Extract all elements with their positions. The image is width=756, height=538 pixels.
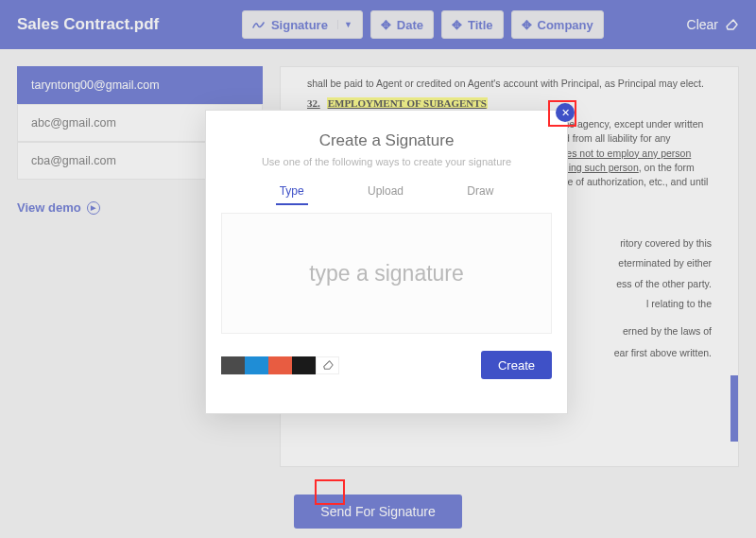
signature-text-input[interactable] [222, 260, 551, 287]
swatch-red[interactable] [268, 356, 292, 374]
tab-upload[interactable]: Upload [364, 184, 407, 205]
tab-type[interactable]: Type [276, 184, 308, 205]
tab-draw[interactable]: Draw [463, 184, 497, 205]
create-signature-modal: ✕ Create a Signature Use one of the foll… [205, 110, 568, 414]
swatch-black[interactable] [292, 356, 316, 374]
swatch-blue[interactable] [245, 356, 268, 374]
create-button[interactable]: Create [481, 351, 552, 379]
modal-title: Create a Signature [206, 131, 567, 150]
signature-canvas [221, 213, 552, 334]
close-icon[interactable]: ✕ [556, 103, 575, 122]
swatch-darkgrey[interactable] [221, 356, 245, 374]
modal-subtitle: Use one of the following ways to create … [206, 156, 567, 167]
eraser-button[interactable] [316, 356, 339, 374]
color-swatches [221, 356, 316, 374]
eraser-icon [321, 359, 335, 371]
